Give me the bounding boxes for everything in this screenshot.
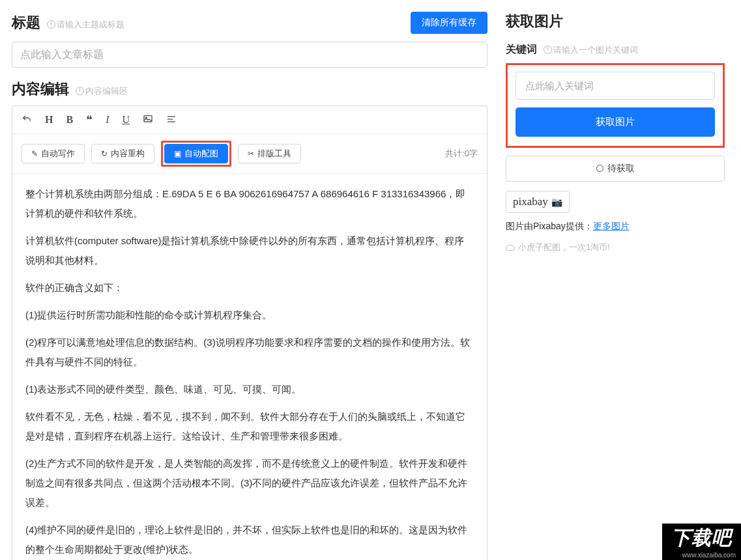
- highlight-keyword-area: 获取图片: [506, 63, 725, 148]
- italic-icon[interactable]: I: [106, 114, 109, 126]
- content-label: 内容编辑: [12, 81, 69, 97]
- get-image-title: 获取图片: [506, 12, 563, 31]
- content-paragraph: (1)提供运行时所需功能和性能的命令或计算机程序集合。: [25, 305, 474, 325]
- keyword-input[interactable]: [516, 72, 715, 100]
- watermark-url: www.xiazaiba.com: [662, 552, 741, 560]
- layout-tool-button[interactable]: ✂排版工具: [238, 144, 301, 163]
- keyword-label: 关键词: [506, 44, 537, 55]
- content-paragraph: (2)生产方式不同的软件是开发，是人类智能的高发挥，而不是传统意义上的硬件制造。…: [25, 454, 474, 512]
- info-icon: !: [76, 87, 84, 95]
- restructure-button[interactable]: ↻内容重构: [91, 144, 154, 163]
- word-count: 共计:0字: [445, 148, 478, 160]
- credit-line: 图片由Pixabay提供：更多图片: [506, 221, 725, 232]
- get-image-header: 获取图片: [506, 12, 725, 31]
- refresh-icon: ↻: [101, 149, 108, 158]
- more-images-link[interactable]: 更多图片: [593, 221, 630, 231]
- camera-icon: 📷: [549, 197, 563, 207]
- content-paragraph: 整个计算机系统由两部分组成：E.69DA 5 E 6 BA 9062616964…: [25, 184, 474, 223]
- highlight-auto-image: ▣自动配图: [161, 141, 231, 167]
- content-hint: !内容编辑区: [76, 86, 128, 96]
- auto-image-button[interactable]: ▣自动配图: [164, 144, 228, 163]
- get-image-button[interactable]: 获取图片: [516, 107, 715, 137]
- underline-icon[interactable]: U: [122, 114, 130, 126]
- title-header: 标题 !请输入主题或标题 清除所有缓存: [12, 12, 487, 34]
- keyword-hint: !请输入一个图片关键词: [544, 45, 638, 55]
- bold-icon[interactable]: B: [66, 114, 73, 126]
- title-label: 标题: [12, 14, 40, 31]
- align-icon[interactable]: [166, 114, 177, 126]
- circle-icon: [596, 165, 603, 172]
- content-paragraph: (1)表达形式不同的硬件类型、颜色、味道、可见、可摸、可闻。: [25, 380, 474, 399]
- content-paragraph: (4)维护不同的硬件是旧的，理论上软件是旧的，并不坏，但实际上软件也是旧的和坏的…: [25, 520, 474, 559]
- cloud-icon: [506, 245, 515, 251]
- undo-icon[interactable]: [22, 114, 32, 126]
- content-paragraph: 软件的正确含义如下：: [25, 278, 474, 298]
- watermark-text: 下载吧: [662, 524, 741, 552]
- editor-content[interactable]: 整个计算机系统由两部分组成：E.69DA 5 E 6 BA 9062616964…: [12, 174, 487, 560]
- content-header: 内容编辑 !内容编辑区: [12, 79, 487, 99]
- note-line: 小虎子配图，一次1淘币!: [506, 242, 725, 253]
- quote-icon[interactable]: ❝: [86, 113, 93, 127]
- pencil-icon: ✎: [31, 149, 38, 158]
- content-paragraph: (2)程序可以满意地处理信息的数据结构。(3)说明程序功能要求和程序需要的文档的…: [25, 333, 474, 372]
- format-toolbar: H B ❝ I U: [12, 106, 487, 134]
- info-icon: !: [47, 20, 55, 29]
- pending-button[interactable]: 待获取: [506, 156, 725, 182]
- title-input[interactable]: [12, 42, 487, 68]
- info-icon: !: [544, 46, 552, 54]
- content-paragraph: 计算机软件(computer software)是指计算机系统中除硬件以外的所有…: [25, 231, 474, 270]
- image-icon: ▣: [174, 149, 181, 158]
- watermark: 下载吧 www.xiazaiba.com: [662, 524, 741, 560]
- title-hint: !请输入主题或标题: [47, 20, 124, 29]
- image-icon[interactable]: [143, 114, 153, 126]
- auto-write-button[interactable]: ✎自动写作: [22, 144, 85, 163]
- heading-icon[interactable]: H: [45, 114, 53, 126]
- pixabay-badge: pixabay 📷: [506, 191, 570, 213]
- editor-box: H B ❝ I U ✎自动写作 ↻内容重构: [12, 105, 487, 560]
- editor-actions: ✎自动写作 ↻内容重构 ▣自动配图 ✂排版工具 共计:0字: [12, 134, 487, 174]
- clear-cache-button[interactable]: 清除所有缓存: [411, 12, 487, 34]
- tool-icon: ✂: [248, 149, 254, 158]
- content-paragraph: 软件看不见，无色，枯燥，看不见，摸不到，闻不到。软件大部分存在于人们的头脑或纸上…: [25, 407, 474, 446]
